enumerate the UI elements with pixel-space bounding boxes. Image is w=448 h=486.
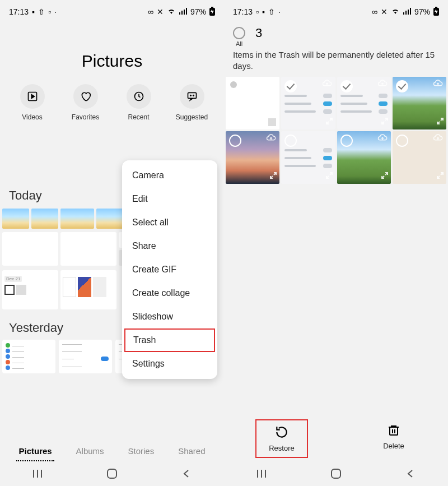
vpn-icon: ∞ bbox=[148, 7, 153, 16]
trash-cell[interactable] bbox=[281, 131, 335, 184]
menu-edit[interactable]: Edit bbox=[122, 187, 217, 211]
menu-settings[interactable]: Settings bbox=[122, 352, 217, 376]
dot-icon: · bbox=[54, 7, 57, 16]
trash-cell[interactable] bbox=[337, 77, 391, 129]
status-battery: 97% bbox=[414, 7, 430, 16]
svg-rect-46 bbox=[332, 469, 340, 478]
status-time: 17:13 bbox=[233, 7, 253, 16]
phone-right: 17:13 ▫ ▪ ⇧ · ∞ ✕ 97% All 3 Items bbox=[224, 0, 448, 486]
nav-back[interactable] bbox=[180, 467, 193, 480]
expand-icon bbox=[436, 117, 444, 127]
select-all-label: All bbox=[236, 40, 242, 47]
menu-trash[interactable]: Trash bbox=[124, 328, 215, 352]
delete-label: Delete bbox=[383, 442, 404, 450]
status-bar: 17:13 ▫ ▪ ⇧ · ∞ ✕ 97% bbox=[224, 0, 448, 24]
svg-rect-4 bbox=[211, 7, 213, 8]
chat-icon bbox=[180, 84, 204, 109]
thumb[interactable]: Dec 21 bbox=[2, 270, 58, 309]
thumb[interactable] bbox=[60, 209, 94, 229]
select-circle-icon[interactable] bbox=[340, 135, 353, 147]
selected-check-icon[interactable] bbox=[340, 80, 353, 92]
menu-create-gif[interactable]: Create GIF bbox=[122, 258, 217, 281]
expand-icon bbox=[381, 117, 389, 127]
quick-access-row: Videos Favorites Recent Suggested bbox=[0, 84, 224, 121]
menu-share[interactable]: Share bbox=[122, 234, 217, 258]
thumb[interactable]: ——— ——— ——— ——— ——— bbox=[2, 340, 55, 373]
bag-icon: ▪ bbox=[32, 7, 35, 16]
selected-check-icon[interactable] bbox=[396, 80, 408, 92]
thumb[interactable] bbox=[2, 232, 58, 266]
wifi-icon bbox=[167, 7, 176, 16]
quick-label: Suggested bbox=[176, 113, 208, 121]
select-all-toggle[interactable]: All bbox=[233, 27, 245, 47]
trash-cell[interactable] bbox=[337, 131, 391, 184]
cloud-upload-icon bbox=[433, 134, 443, 144]
upload-icon: ⇧ bbox=[38, 7, 45, 16]
expand-icon bbox=[325, 117, 333, 127]
status-right: ∞ ✕ 97% bbox=[372, 7, 439, 17]
restore-button[interactable]: Restore bbox=[255, 419, 308, 458]
menu-camera[interactable]: Camera bbox=[122, 164, 217, 187]
nav-recent[interactable] bbox=[31, 467, 44, 480]
nav-recent[interactable] bbox=[255, 467, 268, 480]
select-circle-icon[interactable] bbox=[396, 135, 408, 147]
signal-icon bbox=[179, 7, 187, 16]
status-right: ∞ ✕ 97% bbox=[148, 7, 215, 17]
restore-icon bbox=[274, 425, 289, 442]
cloud-upload-icon bbox=[377, 134, 388, 144]
expand-icon bbox=[269, 172, 277, 182]
select-circle-icon[interactable] bbox=[229, 135, 241, 147]
clock-icon bbox=[127, 84, 151, 109]
trash-cell[interactable] bbox=[281, 77, 335, 129]
status-battery: 97% bbox=[190, 7, 206, 16]
trash-cell[interactable] bbox=[226, 77, 279, 129]
thumb[interactable] bbox=[60, 232, 116, 266]
signal-icon bbox=[403, 7, 411, 16]
overflow-menu: Camera Edit Select all Share Create GIF … bbox=[122, 160, 217, 379]
nav-home[interactable] bbox=[105, 467, 119, 480]
thumb[interactable]: ————— ————— ——— ————— bbox=[59, 340, 112, 373]
menu-slideshow[interactable]: Slideshow bbox=[122, 305, 217, 328]
thumb[interactable] bbox=[96, 209, 123, 229]
thumb[interactable] bbox=[60, 270, 116, 309]
delete-button[interactable]: Delete bbox=[371, 419, 417, 458]
battery-icon bbox=[209, 7, 215, 17]
quick-recent[interactable]: Recent bbox=[115, 84, 163, 121]
nav-back[interactable] bbox=[404, 467, 417, 480]
thumb[interactable] bbox=[31, 209, 58, 229]
quick-label: Videos bbox=[22, 113, 42, 121]
videos-icon bbox=[20, 84, 45, 109]
restore-label: Restore bbox=[269, 444, 295, 452]
quick-videos[interactable]: Videos bbox=[8, 84, 57, 121]
quick-suggested[interactable]: Suggested bbox=[168, 84, 216, 121]
svg-rect-1 bbox=[181, 11, 183, 15]
svg-rect-2 bbox=[184, 10, 185, 15]
cloud-upload-icon bbox=[322, 80, 332, 90]
svg-rect-19 bbox=[408, 10, 409, 15]
svg-point-12 bbox=[193, 95, 194, 96]
trash-cell[interactable] bbox=[393, 77, 446, 129]
status-time: 17:13 bbox=[9, 7, 29, 16]
quick-favorites[interactable]: Favorites bbox=[62, 84, 110, 121]
thumb[interactable] bbox=[2, 209, 29, 229]
menu-create-collage[interactable]: Create collage bbox=[122, 281, 217, 305]
nav-home[interactable] bbox=[329, 467, 343, 480]
tab-stories[interactable]: Stories bbox=[126, 442, 157, 461]
cloud-upload-icon bbox=[266, 134, 276, 144]
dot-icon: · bbox=[278, 7, 281, 16]
cloud-upload-icon bbox=[433, 80, 443, 90]
select-circle-icon[interactable] bbox=[284, 135, 297, 147]
trash-message: Items in the Trash will be permanently d… bbox=[224, 47, 448, 77]
tab-albums[interactable]: Albums bbox=[74, 442, 106, 461]
status-bar: 17:13 ▪ ⇧ ▫ · ∞ ✕ 97% bbox=[0, 0, 224, 24]
heart-icon bbox=[73, 84, 98, 109]
trash-cell[interactable] bbox=[226, 131, 279, 184]
trash-cell[interactable] bbox=[393, 131, 446, 184]
tab-pictures[interactable]: Pictures bbox=[16, 442, 54, 461]
menu-select-all[interactable]: Select all bbox=[122, 211, 217, 234]
svg-rect-18 bbox=[405, 11, 407, 15]
mute-icon: ✕ bbox=[381, 7, 388, 16]
action-bar: Restore Delete bbox=[224, 416, 448, 461]
selected-check-icon[interactable] bbox=[284, 80, 297, 92]
tab-shared[interactable]: Shared bbox=[176, 442, 207, 461]
